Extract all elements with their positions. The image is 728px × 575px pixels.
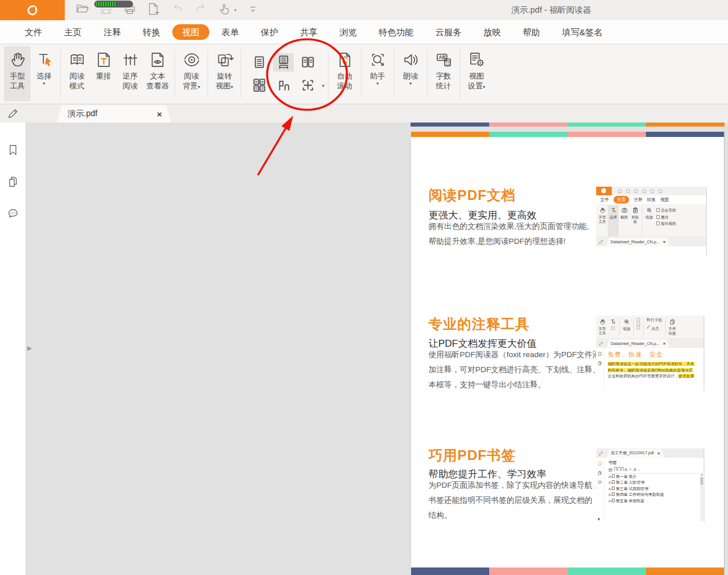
read-aloud-button[interactable]: 朗读 ▾ (397, 46, 424, 101)
hand-pointer-icon[interactable] (217, 2, 232, 18)
split-view-button[interactable]: ▾ (297, 76, 318, 95)
bookmark-tree-item: ⊞第一章 简介 (608, 474, 699, 480)
close-icon[interactable]: × (157, 110, 162, 118)
reflow-button[interactable]: 重排 (90, 46, 117, 101)
facing-continuous-layout-button[interactable] (249, 76, 269, 95)
thumbnail-bookmarks-ui: 员工手册_20120917.pdf× ▼ 书签 ▤A+A- ⊞第一章 简介 ⊞第… (596, 448, 704, 522)
read-mode-button[interactable]: 阅读 模式 (64, 46, 90, 101)
mini-ribbon-tabs: 文件 主页 注释 转换 视图 (596, 195, 706, 204)
redo-icon[interactable] (194, 2, 208, 18)
dropdown-caret-icon: ▾ (376, 81, 379, 86)
bookmarks-panel-icon[interactable] (6, 143, 20, 157)
mini-toolbar: 手型工具 缩放 TI 打字机 高亮 文件转换 (596, 316, 704, 339)
select-tool-button[interactable]: 选择 ▾ (31, 46, 57, 101)
read-background-button[interactable]: 阅读 背景▾ (178, 46, 205, 101)
new-document-icon[interactable] (146, 2, 161, 18)
mini-doc-heading: 免费、快速、安全 (608, 351, 703, 359)
document-tab-bar: 演示.pdf × (0, 105, 728, 123)
window-title: 演示.pdf - 福昕阅读器 (511, 0, 592, 20)
tab-share[interactable]: 共享 (289, 20, 328, 44)
navigation-sidebar (0, 123, 26, 575)
dropdown-caret-icon[interactable]: ▾ (234, 8, 236, 13)
mini-panel-title: 书签 (608, 460, 699, 466)
pages-panel-icon[interactable] (6, 175, 20, 188)
continuous-layout-button[interactable] (273, 53, 294, 72)
page-top-stripe (411, 132, 724, 137)
text-viewer-button[interactable]: 文本 查看器 (143, 46, 172, 101)
mini-panel-toolbar: ▤A+A- (608, 467, 699, 474)
tab-home[interactable]: 主页 (53, 20, 93, 44)
bookmark-tree-item: ⊞第五章 休假制度 (608, 498, 699, 504)
comments-panel-icon[interactable] (6, 207, 20, 220)
view-settings-button[interactable]: 视图 设置▾ (463, 46, 490, 101)
dropdown-caret-icon: ▾ (43, 81, 45, 86)
recording-indicator (94, 1, 133, 8)
title-bar: ▾ 演示.pdf - 福昕阅读器 (0, 0, 728, 20)
section-body: 拥有出色的文档渲染效果,强大的页面管理功能, 帮助提升效率,是您阅读PDF的理想… (428, 219, 589, 249)
word-count-button[interactable]: 字数 统计 (430, 46, 457, 101)
foxit-logo[interactable] (0, 0, 65, 20)
mini-toolbar: 手型工具 选择 截图 剪贴板 缩放 适合页面 重排 旋转视图 (596, 204, 706, 237)
tab-form[interactable]: 表单 (210, 20, 250, 44)
dropdown-caret-icon[interactable]: ▾ (322, 83, 324, 88)
bookmark-tree-item: ⊞第二章 入职管理 (608, 480, 699, 485)
tab-comment[interactable]: 注释 (93, 20, 132, 44)
mini-menu: 适合页面 重排 旋转视图 (656, 205, 676, 236)
section-heading: 阅读PDF文档 (428, 186, 516, 205)
tab-fill-sign[interactable]: 填写&签名 (551, 20, 614, 44)
document-view-area[interactable]: ▶ 阅读PDF文档 更强大、更实用、更高效 拥有出色的文档渲染效果,强大的页面管… (26, 123, 728, 575)
tab-help[interactable]: 帮助 (512, 20, 551, 44)
tab-file[interactable]: 文件 (14, 20, 53, 44)
ribbon-tab-bar: 文件 主页 注释 转换 视图 表单 保护 共享 浏览 特色功能 云服务 放映 帮… (0, 20, 728, 44)
section-body: 使用福昕PDF阅读器（foxit reader）为PDF文件添 加注释，可对PD… (428, 347, 608, 392)
tab-convert[interactable]: 转换 (132, 20, 171, 44)
thumbnail-reader-ui: 文件 主页 注释 转换 视图 手型工具 选择 截图 剪贴板 缩放 适合页面 重排… (596, 187, 707, 255)
dropdown-caret-icon: ▾ (409, 81, 412, 86)
separate-view-button[interactable] (273, 76, 294, 95)
document-tab-label: 演示.pdf (68, 109, 97, 119)
reverse-read-button[interactable]: 逆序 阅读 (117, 46, 143, 101)
undo-icon[interactable] (170, 2, 184, 18)
rotate-view-button[interactable]: 旋转 视图▾ (211, 46, 238, 101)
tab-cloud[interactable]: 云服务 (424, 20, 472, 44)
collapse-ribbon-icon[interactable] (246, 2, 260, 18)
single-page-layout-button[interactable] (249, 53, 269, 72)
mini-scrollbar: ∧ (700, 473, 703, 521)
dropdown-caret-icon: ▾ (198, 84, 200, 90)
tab-browse[interactable]: 浏览 (328, 20, 368, 44)
mini-sidebar: ▼ (596, 458, 604, 522)
section-heading: 巧用PDF书签 (428, 446, 516, 465)
page-bottom-stripe (411, 567, 724, 575)
thumbnail-annotation-ui: 手型工具 缩放 TI 打字机 高亮 文件转换 Datasheet_Reader_… (596, 316, 704, 391)
annotate-pencil-icon[interactable] (7, 107, 19, 120)
dropdown-caret-icon: ▾ (231, 84, 233, 90)
bookmark-tree-item: ⊞第四章 工作时间与考勤制度 (608, 492, 699, 498)
pdf-page: 阅读PDF文档 更强大、更实用、更高效 拥有出色的文档渲染效果,强大的页面管理功… (411, 132, 725, 575)
mini-foxit-logo (596, 187, 612, 195)
assistant-button[interactable]: 助手 ▾ (364, 46, 391, 101)
mini-sidebar (596, 348, 604, 391)
tab-features[interactable]: 特色功能 (368, 20, 424, 44)
document-tab[interactable]: 演示.pdf × (57, 105, 171, 123)
tab-view[interactable]: 视图 (172, 24, 209, 40)
auto-scroll-button[interactable]: 自动 滚动 (331, 46, 358, 101)
view-ribbon-toolbar: 手型 工具 选择 ▾ 阅读 模式 重排 逆序 阅读 文本 查看器 阅读 背景▾ … (0, 44, 728, 104)
section-heading: 专业的注释工具 (428, 315, 530, 333)
facing-layout-button[interactable] (297, 53, 318, 72)
hand-tool-button[interactable]: 手型 工具 (4, 46, 31, 101)
sidebar-expander-icon[interactable]: ▶ (27, 344, 32, 352)
bookmark-tree-item: ⊞第三章 试用期管理 (608, 486, 699, 492)
tab-protect[interactable]: 保护 (250, 20, 289, 44)
tab-slideshow[interactable]: 放映 (472, 20, 512, 44)
section-body: 为PDF页面添加书签，除了实现内容的快速导航， 书签还能指明不同书签的层级关系，… (428, 478, 600, 523)
dropdown-caret-icon: ▾ (483, 84, 485, 90)
page-layout-group: ▾ (249, 46, 318, 101)
open-folder-icon[interactable] (75, 2, 90, 18)
previous-page-bottom-stripe (411, 123, 725, 127)
